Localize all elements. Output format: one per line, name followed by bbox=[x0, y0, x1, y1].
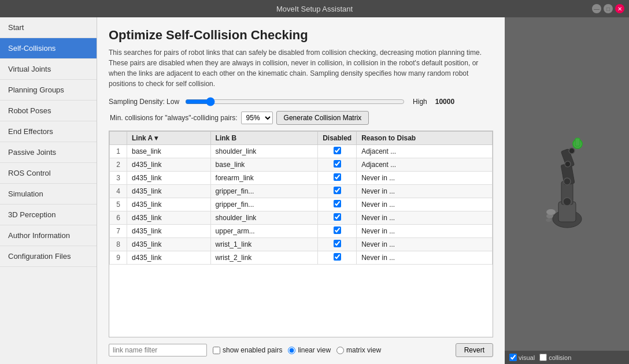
show-enabled-pairs-label[interactable]: show enabled pairs bbox=[213, 346, 282, 354]
main-area: Optimize Self-Collision Checking This se… bbox=[97, 17, 505, 364]
sampling-density-label: Sampling Density: Low bbox=[109, 98, 179, 106]
sidebar-item-configuration-files[interactable]: Configuration Files bbox=[0, 246, 97, 267]
disabled-cell[interactable] bbox=[318, 158, 357, 172]
sidebar-item-robot-poses[interactable]: Robot Poses bbox=[0, 101, 97, 121]
table-row: 2 d435_link base_link Adjacent ... bbox=[110, 158, 493, 172]
collision-checkbox-label[interactable]: collision bbox=[539, 354, 571, 361]
table-row: 1 base_link shoulder_link Adjacent ... bbox=[110, 145, 493, 158]
row-num: 7 bbox=[110, 225, 127, 238]
page-title: Optimize Self-Collision Checking bbox=[109, 28, 493, 43]
description: This searches for pairs of robot links t… bbox=[109, 47, 493, 89]
reason-cell: Never in ... bbox=[357, 251, 493, 265]
row-num: 2 bbox=[110, 158, 127, 172]
disabled-checkbox[interactable] bbox=[334, 147, 341, 154]
sidebar-item-virtual-joints[interactable]: Virtual Joints bbox=[0, 59, 97, 80]
table-header-row: Link A ▾ Link B Disabled Reason to Disab bbox=[110, 132, 493, 145]
linear-view-text: linear view bbox=[298, 346, 331, 354]
link-b: gripper_fin... bbox=[210, 185, 318, 198]
disabled-checkbox[interactable] bbox=[334, 213, 341, 221]
linear-view-radio[interactable] bbox=[288, 347, 295, 354]
link-b: gripper_fin... bbox=[210, 198, 318, 211]
link-b: upper_arm... bbox=[210, 225, 318, 238]
window-controls[interactable]: — □ ✕ bbox=[592, 4, 624, 13]
row-num: 4 bbox=[110, 185, 127, 198]
matrix-view-label[interactable]: matrix view bbox=[336, 346, 381, 354]
sidebar-item-3d-perception[interactable]: 3D Perception bbox=[0, 205, 97, 225]
sidebar-item-self-collisions[interactable]: Self-Collisions bbox=[0, 38, 97, 59]
col-reason: Reason to Disab bbox=[357, 132, 493, 145]
maximize-button[interactable]: □ bbox=[604, 4, 613, 13]
col-link-a[interactable]: Link A ▾ bbox=[127, 132, 211, 145]
disabled-cell[interactable] bbox=[318, 198, 357, 211]
reason-cell: Adjacent ... bbox=[357, 145, 493, 158]
row-num: 1 bbox=[110, 145, 127, 158]
linear-view-label[interactable]: linear view bbox=[288, 346, 331, 354]
visual-checkbox[interactable] bbox=[509, 354, 517, 361]
disabled-cell[interactable] bbox=[318, 225, 357, 238]
show-enabled-pairs-checkbox[interactable] bbox=[213, 347, 220, 354]
disabled-cell[interactable] bbox=[318, 145, 357, 158]
row-num: 5 bbox=[110, 198, 127, 211]
bottom-bar: show enabled pairs linear view matrix vi… bbox=[109, 340, 493, 358]
disabled-cell[interactable] bbox=[318, 211, 357, 225]
link-b: wrist_2_link bbox=[210, 251, 318, 265]
sidebar-item-simulation[interactable]: Simulation bbox=[0, 184, 97, 205]
row-num: 3 bbox=[110, 172, 127, 185]
close-button[interactable]: ✕ bbox=[615, 4, 624, 13]
svg-point-10 bbox=[565, 161, 571, 167]
reason-cell: Never in ... bbox=[357, 211, 493, 225]
sidebar-item-planning-groups[interactable]: Planning Groups bbox=[0, 80, 97, 101]
svg-point-8 bbox=[563, 198, 571, 206]
sidebar-item-end-effectors[interactable]: End Effectors bbox=[0, 121, 97, 142]
density-value: 10000 bbox=[435, 98, 454, 106]
app-title: MoveIt Setup Assistant bbox=[276, 5, 353, 13]
matrix-view-radio[interactable] bbox=[336, 347, 344, 354]
link-a: d435_link bbox=[127, 238, 211, 251]
link-b: shoulder_link bbox=[210, 145, 318, 158]
disabled-cell[interactable] bbox=[318, 251, 357, 265]
reason-cell: Adjacent ... bbox=[357, 158, 493, 172]
disabled-checkbox[interactable] bbox=[334, 187, 341, 194]
3d-viewport bbox=[505, 17, 629, 351]
disabled-cell[interactable] bbox=[318, 238, 357, 251]
sidebar-item-start[interactable]: Start bbox=[0, 17, 97, 38]
svg-point-11 bbox=[569, 148, 575, 154]
col-link-b: Link B bbox=[210, 132, 318, 145]
sidebar-item-passive-joints[interactable]: Passive Joints bbox=[0, 142, 97, 163]
disabled-checkbox[interactable] bbox=[334, 240, 341, 247]
table-row: 4 d435_link gripper_fin... Never in ... bbox=[110, 185, 493, 198]
link-a: d435_link bbox=[127, 225, 211, 238]
minimize-button[interactable]: — bbox=[592, 4, 601, 13]
revert-button[interactable]: Revert bbox=[456, 343, 493, 357]
link-a: d435_link bbox=[127, 185, 211, 198]
disabled-checkbox[interactable] bbox=[334, 226, 341, 234]
disabled-cell[interactable] bbox=[318, 172, 357, 185]
disabled-cell[interactable] bbox=[318, 185, 357, 198]
reason-cell: Never in ... bbox=[357, 238, 493, 251]
matrix-view-text: matrix view bbox=[346, 346, 381, 354]
svg-point-14 bbox=[546, 218, 552, 222]
disabled-checkbox[interactable] bbox=[334, 160, 341, 168]
disabled-checkbox[interactable] bbox=[334, 253, 341, 261]
generate-collision-matrix-button[interactable]: Generate Collision Matrix bbox=[276, 111, 369, 125]
col-num bbox=[110, 132, 127, 145]
reason-cell: Never in ... bbox=[357, 198, 493, 211]
sidebar-item-author-information[interactable]: Author Information bbox=[0, 225, 97, 246]
panel-3d: visual collision bbox=[505, 17, 629, 364]
table-row: 7 d435_link upper_arm... Never in ... bbox=[110, 225, 493, 238]
robot-visualization bbox=[521, 127, 613, 242]
col-disabled: Disabled bbox=[318, 132, 357, 145]
link-name-filter-input[interactable] bbox=[109, 344, 207, 356]
collision-select[interactable]: 95% 80% 90% 99% bbox=[241, 112, 273, 124]
svg-point-13 bbox=[546, 214, 553, 218]
visual-label-text: visual bbox=[519, 354, 535, 361]
disabled-checkbox[interactable] bbox=[334, 173, 341, 181]
sampling-density-slider[interactable] bbox=[185, 97, 405, 106]
disabled-checkbox[interactable] bbox=[334, 200, 341, 207]
title-bar: MoveIt Setup Assistant — □ ✕ bbox=[0, 0, 629, 17]
visual-checkbox-label[interactable]: visual bbox=[509, 354, 535, 361]
collision-checkbox[interactable] bbox=[539, 354, 547, 361]
show-enabled-pairs-text: show enabled pairs bbox=[223, 346, 282, 354]
sidebar-item-ros-control[interactable]: ROS Control bbox=[0, 163, 97, 184]
table-scroll[interactable]: Link A ▾ Link B Disabled Reason to Disab… bbox=[109, 131, 493, 337]
